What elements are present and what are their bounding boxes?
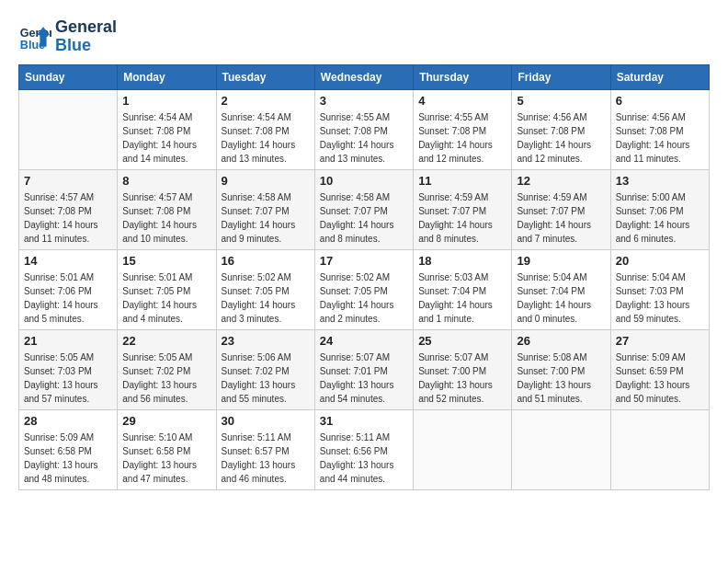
day-info: Sunrise: 5:11 AMSunset: 6:56 PMDaylight:… (320, 431, 408, 486)
day-info: Sunrise: 5:02 AMSunset: 7:05 PMDaylight:… (320, 270, 408, 326)
day-number: 30 (222, 414, 310, 428)
calendar-week-row: 1Sunrise: 4:54 AMSunset: 7:08 PMDaylight… (19, 89, 710, 169)
day-info: Sunrise: 5:09 AMSunset: 6:58 PMDaylight:… (24, 431, 112, 486)
day-info: Sunrise: 5:00 AMSunset: 7:06 PMDaylight:… (616, 190, 704, 246)
logo-text-line2: Blue (55, 37, 117, 55)
day-info: Sunrise: 4:56 AMSunset: 7:08 PMDaylight:… (616, 110, 704, 166)
day-number: 14 (24, 254, 112, 268)
day-info: Sunrise: 5:11 AMSunset: 6:57 PMDaylight:… (222, 431, 310, 486)
day-info: Sunrise: 5:05 AMSunset: 7:02 PMDaylight:… (122, 350, 210, 406)
calendar-cell: 21Sunrise: 5:05 AMSunset: 7:03 PMDayligh… (19, 329, 118, 409)
day-number: 16 (222, 254, 310, 268)
calendar-cell: 4Sunrise: 4:55 AMSunset: 7:08 PMDaylight… (414, 89, 512, 169)
calendar-cell: 30Sunrise: 5:11 AMSunset: 6:57 PMDayligh… (216, 409, 314, 489)
day-number: 9 (222, 174, 310, 188)
day-info: Sunrise: 5:06 AMSunset: 7:02 PMDaylight:… (222, 350, 310, 406)
column-header-friday: Friday (512, 64, 610, 89)
day-number: 15 (122, 254, 210, 268)
day-info: Sunrise: 4:57 AMSunset: 7:08 PMDaylight:… (122, 190, 210, 246)
day-info: Sunrise: 5:04 AMSunset: 7:04 PMDaylight:… (517, 270, 605, 326)
day-info: Sunrise: 5:07 AMSunset: 7:01 PMDaylight:… (320, 350, 408, 406)
calendar-cell: 16Sunrise: 5:02 AMSunset: 7:05 PMDayligh… (216, 249, 314, 329)
calendar-cell: 11Sunrise: 4:59 AMSunset: 7:07 PMDayligh… (414, 169, 512, 249)
day-number: 8 (122, 174, 210, 188)
calendar-cell: 1Sunrise: 4:54 AMSunset: 7:08 PMDaylight… (118, 89, 216, 169)
calendar-cell: 18Sunrise: 5:03 AMSunset: 7:04 PMDayligh… (414, 249, 512, 329)
day-info: Sunrise: 4:59 AMSunset: 7:07 PMDaylight:… (517, 190, 605, 246)
day-number: 18 (418, 254, 506, 268)
calendar-cell: 6Sunrise: 4:56 AMSunset: 7:08 PMDaylight… (610, 89, 709, 169)
calendar-cell: 25Sunrise: 5:07 AMSunset: 7:00 PMDayligh… (414, 329, 512, 409)
day-info: Sunrise: 4:57 AMSunset: 7:08 PMDaylight:… (24, 190, 112, 246)
day-number: 1 (122, 94, 210, 108)
day-info: Sunrise: 5:04 AMSunset: 7:03 PMDaylight:… (616, 270, 704, 326)
calendar-cell: 22Sunrise: 5:05 AMSunset: 7:02 PMDayligh… (118, 329, 216, 409)
calendar-cell: 20Sunrise: 5:04 AMSunset: 7:03 PMDayligh… (610, 249, 709, 329)
day-info: Sunrise: 4:55 AMSunset: 7:08 PMDaylight:… (320, 110, 408, 166)
logo-text-line1: General (55, 18, 117, 37)
calendar-cell: 9Sunrise: 4:58 AMSunset: 7:07 PMDaylight… (216, 169, 314, 249)
day-info: Sunrise: 5:01 AMSunset: 7:06 PMDaylight:… (24, 270, 112, 326)
calendar-cell: 23Sunrise: 5:06 AMSunset: 7:02 PMDayligh… (216, 329, 314, 409)
day-number: 2 (222, 94, 310, 108)
calendar-cell: 2Sunrise: 4:54 AMSunset: 7:08 PMDaylight… (216, 89, 314, 169)
page-header: General Blue General Blue (18, 18, 710, 55)
calendar-cell: 24Sunrise: 5:07 AMSunset: 7:01 PMDayligh… (314, 329, 413, 409)
calendar-cell: 26Sunrise: 5:08 AMSunset: 7:00 PMDayligh… (512, 329, 610, 409)
day-info: Sunrise: 4:58 AMSunset: 7:07 PMDaylight:… (222, 190, 310, 246)
day-info: Sunrise: 5:08 AMSunset: 7:00 PMDaylight:… (517, 350, 605, 406)
calendar-week-row: 7Sunrise: 4:57 AMSunset: 7:08 PMDaylight… (19, 169, 710, 249)
calendar-cell: 28Sunrise: 5:09 AMSunset: 6:58 PMDayligh… (19, 409, 118, 489)
column-header-saturday: Saturday (610, 64, 709, 89)
calendar-cell: 5Sunrise: 4:56 AMSunset: 7:08 PMDaylight… (512, 89, 610, 169)
calendar-cell: 17Sunrise: 5:02 AMSunset: 7:05 PMDayligh… (314, 249, 413, 329)
day-info: Sunrise: 5:10 AMSunset: 6:58 PMDaylight:… (122, 431, 210, 486)
column-header-wednesday: Wednesday (314, 64, 413, 89)
day-number: 13 (616, 174, 704, 188)
calendar-cell: 7Sunrise: 4:57 AMSunset: 7:08 PMDaylight… (19, 169, 118, 249)
day-number: 22 (122, 334, 210, 348)
day-number: 31 (320, 414, 408, 428)
calendar-cell: 13Sunrise: 5:00 AMSunset: 7:06 PMDayligh… (610, 169, 709, 249)
day-info: Sunrise: 4:56 AMSunset: 7:08 PMDaylight:… (517, 110, 605, 166)
day-info: Sunrise: 5:03 AMSunset: 7:04 PMDaylight:… (418, 270, 506, 326)
calendar-cell: 15Sunrise: 5:01 AMSunset: 7:05 PMDayligh… (118, 249, 216, 329)
calendar-cell: 10Sunrise: 4:58 AMSunset: 7:07 PMDayligh… (314, 169, 413, 249)
calendar-cell (414, 409, 512, 489)
calendar-cell (610, 409, 709, 489)
day-number: 5 (517, 94, 605, 108)
calendar-table: SundayMondayTuesdayWednesdayThursdayFrid… (18, 64, 710, 490)
calendar-cell: 29Sunrise: 5:10 AMSunset: 6:58 PMDayligh… (118, 409, 216, 489)
day-info: Sunrise: 5:09 AMSunset: 6:59 PMDaylight:… (616, 350, 704, 406)
column-header-sunday: Sunday (19, 64, 118, 89)
calendar-cell: 8Sunrise: 4:57 AMSunset: 7:08 PMDaylight… (118, 169, 216, 249)
day-number: 29 (122, 414, 210, 428)
day-number: 17 (320, 254, 408, 268)
calendar-cell: 31Sunrise: 5:11 AMSunset: 6:56 PMDayligh… (314, 409, 413, 489)
day-info: Sunrise: 5:02 AMSunset: 7:05 PMDaylight:… (222, 270, 310, 326)
day-number: 25 (418, 334, 506, 348)
day-number: 24 (320, 334, 408, 348)
calendar-cell (512, 409, 610, 489)
calendar-cell: 12Sunrise: 4:59 AMSunset: 7:07 PMDayligh… (512, 169, 610, 249)
day-info: Sunrise: 5:07 AMSunset: 7:00 PMDaylight:… (418, 350, 506, 406)
calendar-week-row: 21Sunrise: 5:05 AMSunset: 7:03 PMDayligh… (19, 329, 710, 409)
day-number: 12 (517, 174, 605, 188)
day-info: Sunrise: 4:54 AMSunset: 7:08 PMDaylight:… (222, 110, 310, 166)
calendar-cell: 14Sunrise: 5:01 AMSunset: 7:06 PMDayligh… (19, 249, 118, 329)
day-info: Sunrise: 4:59 AMSunset: 7:07 PMDaylight:… (418, 190, 506, 246)
column-header-thursday: Thursday (414, 64, 512, 89)
column-header-tuesday: Tuesday (216, 64, 314, 89)
day-number: 23 (222, 334, 310, 348)
day-number: 19 (517, 254, 605, 268)
day-number: 20 (616, 254, 704, 268)
day-info: Sunrise: 4:58 AMSunset: 7:07 PMDaylight:… (320, 190, 408, 246)
calendar-cell: 27Sunrise: 5:09 AMSunset: 6:59 PMDayligh… (610, 329, 709, 409)
day-number: 3 (320, 94, 408, 108)
day-number: 27 (616, 334, 704, 348)
day-number: 28 (24, 414, 112, 428)
day-number: 10 (320, 174, 408, 188)
calendar-week-row: 14Sunrise: 5:01 AMSunset: 7:06 PMDayligh… (19, 249, 710, 329)
calendar-week-row: 28Sunrise: 5:09 AMSunset: 6:58 PMDayligh… (19, 409, 710, 489)
calendar-cell: 3Sunrise: 4:55 AMSunset: 7:08 PMDaylight… (314, 89, 413, 169)
